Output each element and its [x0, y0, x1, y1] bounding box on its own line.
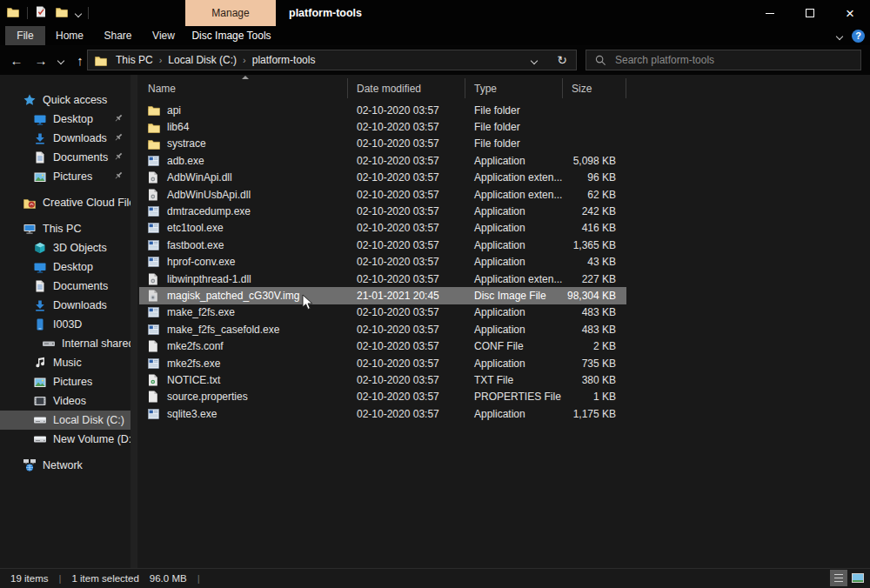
sidebar-item-3d-objects[interactable]: 3D Objects: [0, 238, 130, 257]
sidebar-scrollbar[interactable]: [130, 75, 137, 568]
file-row-mke2fs-conf[interactable]: mke2fs.conf02-10-2020 03:57CONF File2 KB: [139, 337, 626, 354]
sidebar-item-creative-cloud-files[interactable]: Creative Cloud Files: [0, 193, 130, 212]
file-size: 380 KB: [563, 374, 619, 386]
recent-locations-button[interactable]: [54, 50, 68, 70]
sidebar-item-videos[interactable]: Videos: [0, 391, 130, 411]
file-row-api[interactable]: api02-10-2020 03:57File folder: [139, 102, 626, 118]
app-icon: [148, 324, 161, 335]
file-row-hprof-conv-exe[interactable]: hprof-conv.exe02-10-2020 03:57Applicatio…: [139, 254, 626, 271]
storage-icon: [42, 337, 56, 350]
back-button[interactable]: ←: [5, 50, 28, 70]
file-date-modified: 02-10-2020 03:57: [348, 222, 465, 234]
file-row-dmtracedump-exe[interactable]: dmtracedump.exe02-10-2020 03:57Applicati…: [139, 203, 626, 219]
column-header-date-modified[interactable]: Date modified: [348, 78, 465, 98]
folder-icon: [148, 122, 161, 133]
ribbon-manage-tab[interactable]: Manage: [185, 0, 276, 26]
sidebar-item-pictures[interactable]: Pictures: [0, 372, 130, 391]
file-type: PROPERTIES File: [465, 391, 563, 403]
breadcrumb-segment-local-disk-c[interactable]: Local Disk (C:): [164, 54, 240, 66]
sidebar-item-pictures[interactable]: Pictures: [0, 167, 130, 186]
tab-file[interactable]: File: [5, 26, 45, 45]
sidebar-item-music[interactable]: Music: [0, 353, 130, 372]
dll-icon: [148, 171, 161, 184]
breadcrumb-separator-icon: ›: [240, 55, 249, 65]
file-type: Application: [465, 408, 563, 420]
explorer-folder-icon[interactable]: [5, 3, 21, 23]
column-label: Date modified: [357, 83, 421, 95]
downloads-icon: [33, 133, 47, 144]
sidebar-item-this-pc[interactable]: This PC: [0, 219, 130, 238]
sidebar-item-label: Creative Cloud Files: [43, 197, 130, 209]
file-size: 1,365 KB: [563, 239, 619, 251]
address-dropdown-chevron-icon[interactable]: [532, 57, 538, 63]
file-row-sqlite3-exe[interactable]: sqlite3.exe02-10-2020 03:57Application1,…: [139, 405, 626, 422]
sidebar-item-new-volume-d[interactable]: New Volume (D:): [0, 430, 130, 449]
sidebar-item-documents[interactable]: Documents: [0, 148, 130, 167]
refresh-icon[interactable]: [557, 53, 567, 67]
app-icon: [148, 206, 161, 217]
sidebar-item-documents[interactable]: Documents: [0, 277, 130, 296]
pin-icon: [113, 113, 124, 126]
breadcrumb-segment-this-pc[interactable]: This PC: [112, 54, 157, 66]
tab-view[interactable]: View: [142, 26, 185, 45]
help-icon[interactable]: ?: [852, 30, 865, 43]
file-row-source-properties[interactable]: source.properties02-10-2020 03:57PROPERT…: [139, 389, 626, 405]
file-row-fastboot-exe[interactable]: fastboot.exe02-10-2020 03:57Application1…: [139, 237, 626, 253]
file-row-libwinpthread-1-dll[interactable]: libwinpthread-1.dll02-10-2020 03:57Appli…: [139, 271, 626, 287]
file-type: Application: [465, 155, 563, 167]
column-header-size[interactable]: Size: [563, 78, 626, 98]
sidebar-item-internal-shared-sto[interactable]: Internal shared sto: [0, 334, 130, 353]
file-row-mke2fs-exe[interactable]: mke2fs.exe02-10-2020 03:57Application735…: [139, 355, 626, 371]
qat-customize-chevron-icon[interactable]: [76, 10, 82, 17]
sidebar-item-local-disk-c[interactable]: Local Disk (C:): [0, 411, 130, 430]
file-row-make-f2fs-casefold-exe[interactable]: make_f2fs_casefold.exe02-10-2020 03:57Ap…: [139, 321, 626, 337]
tab-disc-image-tools[interactable]: Disc Image Tools: [185, 26, 278, 45]
sidebar-item-quick-access[interactable]: Quick access: [0, 90, 130, 110]
column-label: Type: [474, 83, 497, 95]
file-date-modified: 02-10-2020 03:57: [348, 306, 465, 318]
file-row-etc1tool-exe[interactable]: etc1tool.exe02-10-2020 03:57Application4…: [139, 220, 626, 237]
close-button[interactable]: [830, 0, 870, 26]
file-row-magisk-patched-cg30v-img[interactable]: magisk_patched_cG30V.img21-01-2021 20:45…: [139, 287, 626, 304]
file-row-adbwinusbapi-dll[interactable]: AdbWinUsbApi.dll02-10-2020 03:57Applicat…: [139, 186, 626, 203]
column-header-type[interactable]: Type: [465, 78, 563, 98]
downloads-icon: [33, 300, 47, 311]
app-icon: [148, 223, 161, 233]
file-rows: api02-10-2020 03:57File folderlib6402-10…: [139, 102, 626, 422]
search-input[interactable]: [613, 53, 860, 67]
thumbnails-view-button[interactable]: [849, 570, 867, 586]
file-name: etc1tool.exe: [167, 222, 224, 234]
tab-share[interactable]: Share: [94, 26, 142, 45]
sidebar-item-desktop[interactable]: Desktop: [0, 110, 130, 129]
tab-home[interactable]: Home: [45, 26, 94, 45]
column-header-name[interactable]: Name: [139, 78, 348, 98]
sidebar-item-downloads[interactable]: Downloads: [0, 129, 130, 148]
file-row-lib64[interactable]: lib6402-10-2020 03:57File folder: [139, 118, 626, 135]
sidebar-item-i003d[interactable]: I003D: [0, 315, 130, 334]
new-folder-icon[interactable]: [54, 3, 70, 23]
file-row-notice-txt[interactable]: NOTICE.txt02-10-2020 03:57TXT File380 KB: [139, 371, 626, 388]
breadcrumb-segment-platform-tools[interactable]: platform-tools: [249, 54, 319, 66]
file-size: 242 KB: [563, 205, 619, 217]
minimize-button[interactable]: [750, 0, 790, 26]
sidebar-item-label: Desktop: [53, 113, 93, 125]
details-view-button[interactable]: [830, 570, 847, 586]
sidebar-item-desktop[interactable]: Desktop: [0, 257, 130, 277]
file-row-adb-exe[interactable]: adb.exe02-10-2020 03:57Application5,098 …: [139, 152, 626, 169]
file-date-modified: 02-10-2020 03:57: [348, 189, 465, 201]
cube-icon: [33, 242, 47, 254]
forward-button[interactable]: →: [30, 50, 52, 70]
sidebar-item-downloads[interactable]: Downloads: [0, 296, 130, 315]
file-name: adb.exe: [167, 155, 204, 167]
file-explorer-window: Manage platform-tools File Home Share Vi…: [0, 0, 870, 588]
search-box[interactable]: [586, 50, 861, 70]
file-row-systrace[interactable]: systrace02-10-2020 03:57File folder: [139, 136, 626, 152]
address-bar[interactable]: This PC›Local Disk (C:)›platform-tools: [87, 50, 577, 70]
file-row-adbwinapi-dll[interactable]: AdbWinApi.dll02-10-2020 03:57Application…: [139, 170, 626, 186]
maximize-button[interactable]: [790, 0, 830, 26]
file-row-make-f2fs-exe[interactable]: make_f2fs.exe02-10-2020 03:57Application…: [139, 304, 626, 321]
properties-icon[interactable]: [34, 3, 48, 23]
file-type: Application: [465, 306, 563, 318]
ribbon-collapse-chevron-icon[interactable]: [837, 33, 843, 39]
sidebar-item-network[interactable]: Network: [0, 456, 130, 475]
